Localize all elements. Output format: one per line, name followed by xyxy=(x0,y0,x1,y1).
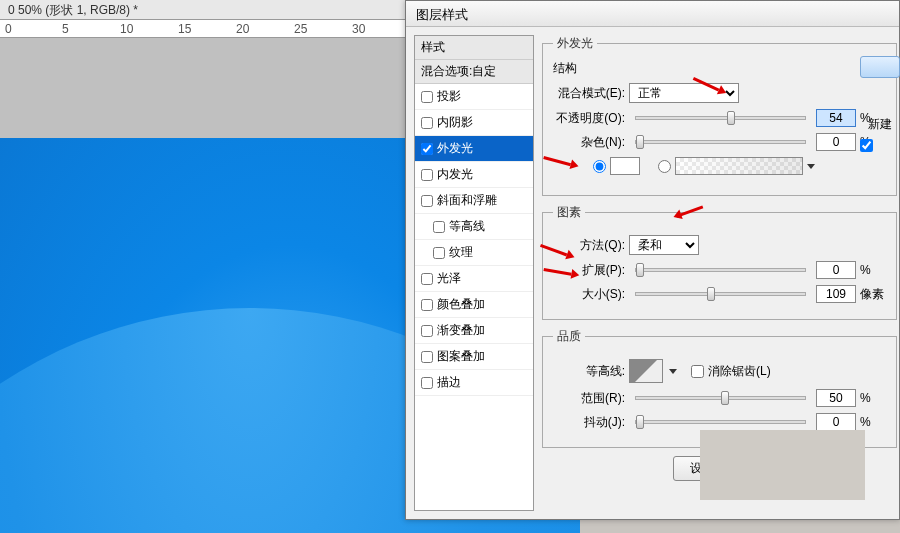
method-select[interactable]: 柔和 xyxy=(629,235,699,255)
percent-unit: % xyxy=(860,415,886,429)
dropdown-icon[interactable] xyxy=(669,369,677,378)
antialias-checkbox[interactable]: 消除锯齿(L) xyxy=(691,363,771,380)
percent-unit: % xyxy=(860,391,886,405)
style-checkbox[interactable] xyxy=(421,377,433,389)
elements-group: 图素 方法(Q): 柔和 扩展(P): % 大小(S): 像素 xyxy=(542,204,897,320)
style-item-等高线[interactable]: 等高线 xyxy=(415,214,533,240)
style-item-外发光[interactable]: 外发光 xyxy=(415,136,533,162)
percent-unit: % xyxy=(860,263,886,277)
style-item-内发光[interactable]: 内发光 xyxy=(415,162,533,188)
style-label: 描边 xyxy=(437,374,461,391)
structure-group: 结构 混合模式(E): 正常 不透明度(O): % 杂色(N): xyxy=(553,60,886,181)
style-label: 图案叠加 xyxy=(437,348,485,365)
blend-options-item[interactable]: 混合选项:自定 xyxy=(415,60,533,84)
jitter-slider[interactable] xyxy=(635,420,806,424)
contour-picker[interactable] xyxy=(629,359,663,383)
pixel-unit: 像素 xyxy=(860,286,886,303)
opacity-slider[interactable] xyxy=(635,116,806,120)
gradient-picker[interactable] xyxy=(675,157,803,175)
dialog-title: 图层样式 xyxy=(406,1,899,27)
dropdown-icon[interactable] xyxy=(807,164,815,173)
group-legend: 外发光 xyxy=(553,35,597,52)
noise-label: 杂色(N): xyxy=(553,134,625,151)
spread-label: 扩展(P): xyxy=(553,262,625,279)
style-item-渐变叠加[interactable]: 渐变叠加 xyxy=(415,318,533,344)
style-checkbox[interactable] xyxy=(421,143,433,155)
range-slider[interactable] xyxy=(635,396,806,400)
styles-header[interactable]: 样式 xyxy=(415,36,533,60)
dialog-side-buttons: 新建 xyxy=(860,56,900,155)
style-label: 投影 xyxy=(437,88,461,105)
style-label: 渐变叠加 xyxy=(437,322,485,339)
style-item-描边[interactable]: 描边 xyxy=(415,370,533,396)
method-label: 方法(Q): xyxy=(553,237,625,254)
style-checkbox[interactable] xyxy=(421,325,433,337)
elements-legend: 图素 xyxy=(553,204,585,221)
quality-legend: 品质 xyxy=(553,328,585,345)
ok-button[interactable] xyxy=(860,56,900,78)
jitter-label: 抖动(J): xyxy=(553,414,625,431)
jitter-input[interactable] xyxy=(816,413,856,431)
style-label: 外发光 xyxy=(437,140,473,157)
opacity-input[interactable] xyxy=(816,109,856,127)
style-label: 斜面和浮雕 xyxy=(437,192,497,209)
blend-mode-label: 混合模式(E): xyxy=(553,85,625,102)
color-swatch[interactable] xyxy=(610,157,640,175)
spread-slider[interactable] xyxy=(635,268,806,272)
new-style-button[interactable]: 新建 xyxy=(860,116,900,133)
spread-input[interactable] xyxy=(816,261,856,279)
gradient-radio[interactable] xyxy=(658,160,671,173)
style-checkbox[interactable] xyxy=(421,299,433,311)
blur-patch xyxy=(700,430,865,500)
preview-checkbox[interactable] xyxy=(860,139,873,152)
range-input[interactable] xyxy=(816,389,856,407)
style-checkbox[interactable] xyxy=(433,247,445,259)
color-radio[interactable] xyxy=(593,160,606,173)
style-checkbox[interactable] xyxy=(421,117,433,129)
contour-label: 等高线: xyxy=(553,363,625,380)
style-item-投影[interactable]: 投影 xyxy=(415,84,533,110)
noise-input[interactable] xyxy=(816,133,856,151)
style-label: 等高线 xyxy=(449,218,485,235)
style-label: 纹理 xyxy=(449,244,473,261)
style-checkbox[interactable] xyxy=(421,273,433,285)
style-item-颜色叠加[interactable]: 颜色叠加 xyxy=(415,292,533,318)
style-item-光泽[interactable]: 光泽 xyxy=(415,266,533,292)
range-label: 范围(R): xyxy=(553,390,625,407)
style-checkbox[interactable] xyxy=(421,195,433,207)
style-checkbox[interactable] xyxy=(421,351,433,363)
size-slider[interactable] xyxy=(635,292,806,296)
size-label: 大小(S): xyxy=(553,286,625,303)
style-item-内阴影[interactable]: 内阴影 xyxy=(415,110,533,136)
style-item-纹理[interactable]: 纹理 xyxy=(415,240,533,266)
style-label: 颜色叠加 xyxy=(437,296,485,313)
style-item-斜面和浮雕[interactable]: 斜面和浮雕 xyxy=(415,188,533,214)
style-item-图案叠加[interactable]: 图案叠加 xyxy=(415,344,533,370)
opacity-label: 不透明度(O): xyxy=(553,110,625,127)
outer-glow-group: 外发光 结构 混合模式(E): 正常 不透明度(O): % 杂色(N): xyxy=(542,35,897,196)
style-label: 光泽 xyxy=(437,270,461,287)
size-input[interactable] xyxy=(816,285,856,303)
styles-list: 样式 混合选项:自定 投影内阴影外发光内发光斜面和浮雕等高线纹理光泽颜色叠加渐变… xyxy=(414,35,534,511)
structure-label: 结构 xyxy=(553,60,886,77)
style-label: 内发光 xyxy=(437,166,473,183)
style-checkbox[interactable] xyxy=(421,169,433,181)
style-label: 内阴影 xyxy=(437,114,473,131)
noise-slider[interactable] xyxy=(635,140,806,144)
style-checkbox[interactable] xyxy=(433,221,445,233)
style-checkbox[interactable] xyxy=(421,91,433,103)
